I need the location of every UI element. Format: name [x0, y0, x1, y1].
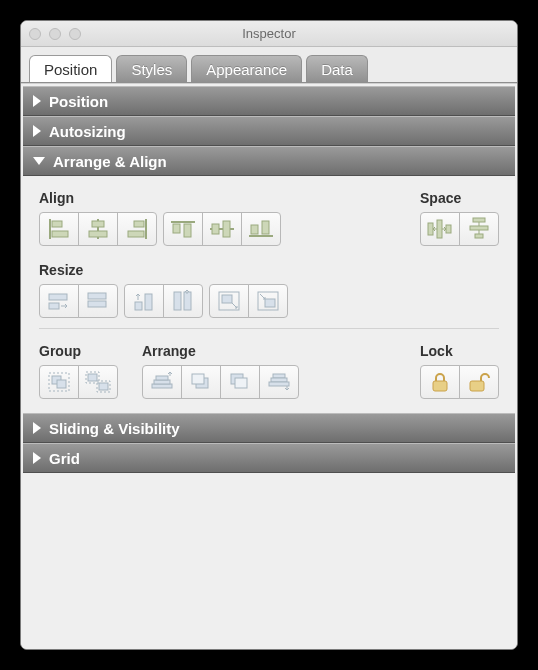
ungroup-icon [85, 371, 111, 393]
align-bottom-button[interactable] [241, 212, 281, 246]
align-right-button[interactable] [117, 212, 157, 246]
resize-height-up-icon [133, 290, 155, 312]
svg-rect-50 [273, 374, 285, 378]
resize-group: Resize [39, 262, 288, 318]
minimize-window-button[interactable] [49, 28, 61, 40]
align-center-h-button[interactable] [78, 212, 118, 246]
svg-rect-25 [49, 303, 59, 309]
tab-data[interactable]: Data [306, 55, 368, 83]
section-title: Arrange & Align [53, 153, 167, 170]
tab-bar: Position Styles Appearance Data [21, 47, 517, 83]
svg-rect-40 [88, 374, 97, 381]
lock-open-icon [467, 371, 491, 393]
bring-to-front-button[interactable] [142, 365, 182, 399]
send-to-back-icon [267, 372, 291, 392]
resize-height-down-button[interactable] [163, 284, 203, 318]
svg-rect-8 [128, 231, 144, 237]
tab-label: Styles [131, 61, 172, 78]
svg-rect-33 [222, 295, 232, 303]
group-label: Space [420, 190, 499, 206]
section-position-header[interactable]: Position [23, 86, 515, 116]
resize-expand-button[interactable] [209, 284, 249, 318]
bring-forward-button[interactable] [181, 365, 221, 399]
resize-same-height-button[interactable] [78, 284, 118, 318]
bring-forward-icon [190, 372, 212, 392]
svg-rect-20 [446, 225, 451, 233]
svg-rect-17 [262, 221, 269, 234]
section-title: Autosizing [49, 123, 126, 140]
tab-styles[interactable]: Styles [116, 55, 187, 83]
svg-rect-27 [88, 301, 106, 307]
section-title: Sliding & Visibility [49, 420, 180, 437]
svg-rect-13 [212, 224, 219, 234]
svg-rect-19 [437, 220, 442, 238]
ungroup-button[interactable] [78, 365, 118, 399]
section-title: Grid [49, 450, 80, 467]
svg-rect-23 [475, 234, 483, 238]
svg-rect-16 [251, 225, 258, 234]
disclosure-right-icon [33, 452, 41, 464]
section-arrange-align-header[interactable]: Arrange & Align [23, 146, 515, 176]
space-group: Space [420, 190, 499, 246]
svg-rect-45 [156, 376, 168, 380]
group-label: Lock [420, 343, 499, 359]
svg-rect-21 [473, 218, 485, 222]
group-button[interactable] [39, 365, 79, 399]
svg-rect-44 [154, 380, 170, 384]
resize-same-width-button[interactable] [39, 284, 79, 318]
svg-rect-1 [52, 221, 62, 227]
send-backward-button[interactable] [220, 365, 260, 399]
space-vertical-icon [469, 217, 489, 241]
resize-height-up-button[interactable] [124, 284, 164, 318]
svg-rect-49 [235, 378, 247, 388]
section-arrange-align-body: Align [23, 176, 515, 413]
tab-label: Position [44, 61, 97, 78]
align-top-icon [171, 219, 195, 239]
svg-rect-11 [184, 224, 191, 237]
tab-label: Data [321, 61, 353, 78]
svg-rect-38 [57, 380, 66, 388]
window-title: Inspector [21, 26, 517, 41]
svg-rect-28 [135, 302, 142, 310]
group-label: Resize [39, 262, 288, 278]
resize-same-height-icon [86, 291, 110, 311]
svg-rect-51 [271, 378, 287, 382]
tab-appearance[interactable]: Appearance [191, 55, 302, 83]
align-group: Align [39, 190, 281, 246]
svg-rect-7 [134, 221, 144, 227]
lock-button[interactable] [420, 365, 460, 399]
space-horizontal-button[interactable] [420, 212, 460, 246]
group-label: Arrange [142, 343, 299, 359]
group-group: Group [39, 343, 118, 399]
section-autosizing-header[interactable]: Autosizing [23, 116, 515, 146]
inspector-window: Inspector Position Styles Appearance Dat… [20, 20, 518, 650]
send-to-back-button[interactable] [259, 365, 299, 399]
svg-rect-26 [88, 293, 106, 299]
svg-rect-35 [265, 299, 275, 307]
arrange-group: Arrange [142, 343, 299, 399]
resize-shrink-button[interactable] [248, 284, 288, 318]
align-top-button[interactable] [163, 212, 203, 246]
svg-rect-43 [152, 384, 172, 388]
svg-rect-4 [92, 221, 104, 227]
send-backward-icon [229, 372, 251, 392]
svg-rect-14 [223, 221, 230, 237]
disclosure-down-icon [33, 157, 45, 165]
space-vertical-button[interactable] [459, 212, 499, 246]
svg-rect-10 [173, 224, 180, 233]
section-title: Position [49, 93, 108, 110]
disclosure-right-icon [33, 95, 41, 107]
divider [39, 328, 499, 329]
align-center-v-button[interactable] [202, 212, 242, 246]
traffic-lights [29, 28, 81, 40]
section-grid-header[interactable]: Grid [23, 443, 515, 473]
svg-rect-52 [269, 382, 289, 386]
tab-position[interactable]: Position [29, 55, 112, 83]
close-window-button[interactable] [29, 28, 41, 40]
align-left-button[interactable] [39, 212, 79, 246]
group-icon [47, 371, 71, 393]
unlock-button[interactable] [459, 365, 499, 399]
section-sliding-visibility-header[interactable]: Sliding & Visibility [23, 413, 515, 443]
zoom-window-button[interactable] [69, 28, 81, 40]
resize-shrink-icon [257, 291, 279, 311]
